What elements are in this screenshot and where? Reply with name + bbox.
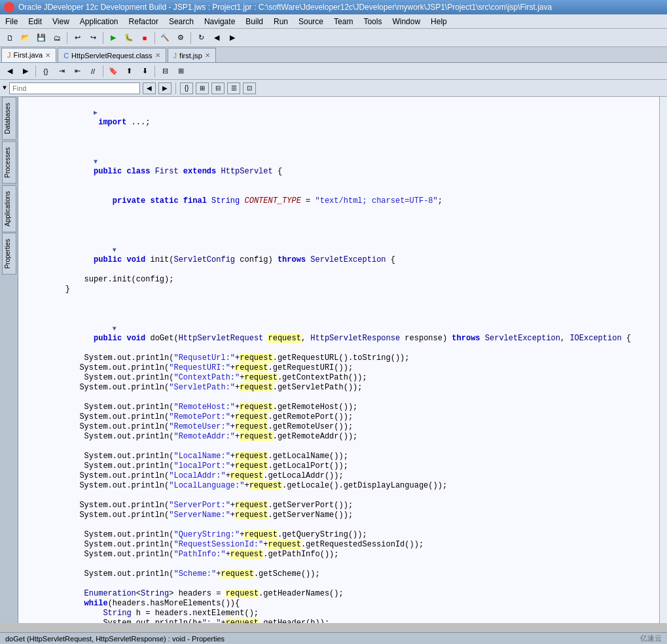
collapse-class-btn[interactable]: ▼ xyxy=(94,158,98,166)
code-line: System.out.println("RequestSessionId:"+r… xyxy=(21,540,657,550)
fold-btn[interactable]: ⊞ xyxy=(196,82,209,94)
code-line: System.out.println("RemotePort:"+request… xyxy=(21,412,657,422)
outdent-btn[interactable]: ⇤ xyxy=(70,64,84,79)
minimap-btn[interactable]: ☰ xyxy=(227,82,240,94)
build-btn[interactable]: 🔨 xyxy=(158,31,172,45)
menu-refactor[interactable]: Refactor xyxy=(124,14,164,28)
title-text: Oracle JDeveloper 12c Development Build … xyxy=(18,3,552,12)
format-btn[interactable]: {} xyxy=(39,64,53,79)
tab-first-jsp[interactable]: J first.jsp ✕ xyxy=(168,48,216,62)
unfold-btn[interactable]: ⊟ xyxy=(211,82,225,94)
bookmark-btn[interactable]: 🔖 xyxy=(106,64,120,79)
navigate-fwd-btn[interactable]: ▶ xyxy=(18,64,33,79)
back-btn[interactable]: ◀ xyxy=(209,31,224,45)
sep1 xyxy=(67,32,67,44)
menu-window[interactable]: Window xyxy=(387,14,425,28)
code-line xyxy=(21,216,657,226)
sidebar-processes[interactable]: Processes xyxy=(2,141,16,184)
search-prev-btn[interactable]: ◀ xyxy=(143,82,156,94)
collapse-doget-btn[interactable]: ▼ xyxy=(113,325,117,332)
diff-btn[interactable]: ⊞ xyxy=(173,64,188,79)
run-btn[interactable]: ▶ xyxy=(106,31,120,45)
redo-btn[interactable]: ↪ xyxy=(86,31,100,45)
code-line xyxy=(21,491,657,501)
code-line: System.out.println("QueryString:"+reques… xyxy=(21,530,657,540)
menu-tools[interactable]: Tools xyxy=(358,14,387,28)
search-input[interactable] xyxy=(9,82,140,94)
tab-close-httpservletrequest[interactable]: ✕ xyxy=(155,52,160,59)
code-line: while(headers.hasMoreElements()){ xyxy=(21,599,657,609)
tab-icon-class: C xyxy=(63,52,69,60)
title-bar: Oracle JDeveloper 12c Development Build … xyxy=(0,0,667,14)
collapse-btn[interactable]: ▶ xyxy=(94,109,98,116)
tab-httpservletrequest[interactable]: C HttpServletRequest.class ✕ xyxy=(58,48,166,62)
code-line: System.out.println("RemoteUser:"+request… xyxy=(21,422,657,432)
code-line-doget: ▼ public void doGet(HttpServletRequest r… xyxy=(21,314,657,353)
debug-btn[interactable]: 🐛 xyxy=(122,31,136,45)
code-line: String h = headers.nextElement(); xyxy=(21,609,657,618)
menu-search[interactable]: Search xyxy=(164,14,199,28)
code-line xyxy=(21,295,657,304)
code-line: System.out.println("ServerName:"+request… xyxy=(21,510,657,520)
search-dropdown-arrow[interactable]: ▼ xyxy=(3,84,7,92)
comment-btn[interactable]: // xyxy=(86,64,100,79)
menu-build[interactable]: Build xyxy=(240,14,268,28)
sep5 xyxy=(35,65,36,77)
search-next-btn[interactable]: ▶ xyxy=(158,82,171,94)
code-line: System.out.println("Scheme:"+request.get… xyxy=(21,569,657,579)
code-line xyxy=(21,520,657,530)
code-line xyxy=(21,579,657,589)
code-line: System.out.println("RequestURI:"+request… xyxy=(21,363,657,373)
tab-icon-jsp: J xyxy=(173,52,177,60)
tab-close-first-java[interactable]: ✕ xyxy=(45,52,50,59)
tab-first-java[interactable]: J First.java ✕ xyxy=(1,48,56,62)
code-line: ▼ public void init(ServletConfig config)… xyxy=(21,236,657,275)
refresh-btn[interactable]: ↻ xyxy=(194,31,208,45)
open-btn[interactable]: 📂 xyxy=(18,31,33,45)
menu-run[interactable]: Run xyxy=(268,14,293,28)
split-btn[interactable]: ⊟ xyxy=(158,64,172,79)
code-line: Enumeration<String> headers = request.ge… xyxy=(21,589,657,599)
tab-close-first-jsp[interactable]: ✕ xyxy=(205,52,210,59)
indent-btn[interactable]: ⇥ xyxy=(54,64,69,79)
tab-label-first-jsp: first.jsp xyxy=(179,52,202,60)
structure-btn[interactable]: {} xyxy=(180,82,193,94)
sidebar-databases[interactable]: Databases xyxy=(2,97,16,140)
main-layout: Databases Processes Applications Propert… xyxy=(0,97,667,623)
code-line: System.out.println("ContextPath:"+reques… xyxy=(21,373,657,383)
code-line: System.out.println("LocalName:"+request.… xyxy=(21,452,657,461)
menu-team[interactable]: Team xyxy=(329,14,358,28)
code-line: } xyxy=(21,285,657,295)
next-bookmark-btn[interactable]: ⬇ xyxy=(137,64,152,79)
code-line: System.out.println("RemoteHost:"+request… xyxy=(21,402,657,412)
code-line xyxy=(21,560,657,569)
stop-btn[interactable]: ■ xyxy=(137,31,152,45)
split-view-btn[interactable]: ⊡ xyxy=(243,82,256,94)
save-all-btn[interactable]: 🗂 xyxy=(50,31,64,45)
sidebar-applications[interactable]: Applications xyxy=(2,185,16,232)
rebuild-btn[interactable]: ⚙ xyxy=(173,31,188,45)
menu-file[interactable]: File xyxy=(0,14,23,28)
new-btn[interactable]: 🗋 xyxy=(3,31,17,45)
left-sidebar: Databases Processes Applications Propert… xyxy=(0,97,18,623)
menu-application[interactable]: Application xyxy=(75,14,124,28)
collapse-init-btn[interactable]: ▼ xyxy=(113,247,117,254)
menu-help[interactable]: Help xyxy=(425,14,452,28)
code-line: System.out.println("RequsetUrl:"+request… xyxy=(21,353,657,363)
tab-label-first-java: First.java xyxy=(14,51,43,59)
menu-edit[interactable]: Edit xyxy=(23,14,47,28)
menu-source[interactable]: Source xyxy=(293,14,329,28)
undo-btn[interactable]: ↩ xyxy=(70,31,84,45)
prev-bookmark-btn[interactable]: ⬆ xyxy=(122,64,136,79)
save-btn[interactable]: 💾 xyxy=(34,31,48,45)
code-line xyxy=(21,442,657,452)
sep2 xyxy=(103,32,103,44)
sidebar-properties[interactable]: Properties xyxy=(2,233,16,275)
forward-btn[interactable]: ▶ xyxy=(225,31,240,45)
navigate-back-btn[interactable]: ◀ xyxy=(3,64,17,79)
menu-view[interactable]: View xyxy=(47,14,75,28)
menu-navigate[interactable]: Navigate xyxy=(199,14,240,28)
code-line: System.out.println("LocalAddr:"+request.… xyxy=(21,471,657,481)
right-sidebar xyxy=(659,97,667,623)
code-area[interactable]: ▶ import ...; ▼ public class First exten… xyxy=(18,97,659,623)
